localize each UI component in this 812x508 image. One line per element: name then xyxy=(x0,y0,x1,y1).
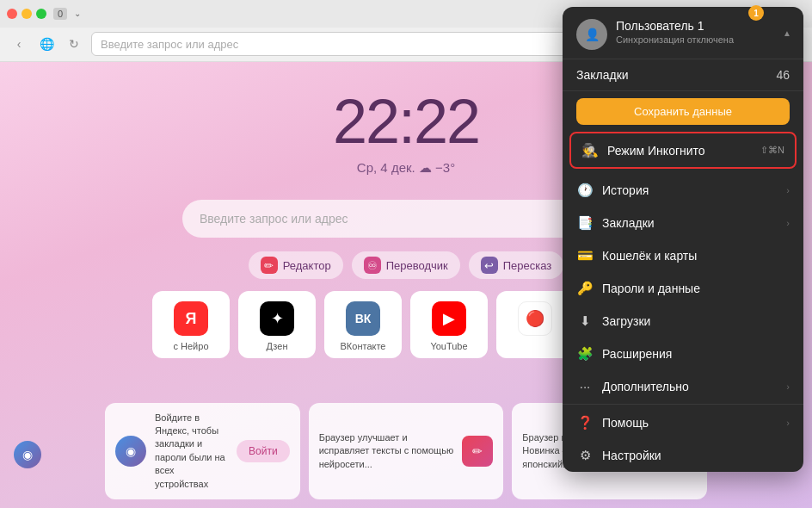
clock: 22:22 xyxy=(333,86,479,157)
reload-button[interactable]: ↻ xyxy=(64,34,84,54)
search-placeholder: Введите запрос или адрес xyxy=(200,212,348,226)
menu-item-settings-label: Настройки xyxy=(602,449,790,462)
chevron-up-icon[interactable]: ▲ xyxy=(783,28,791,38)
banner-login-text: Войдите в Яндекс, чтобы закладки и парол… xyxy=(155,412,228,491)
tool-retell-label: Пересказ xyxy=(503,259,552,272)
editor-icon: ✏ xyxy=(261,257,278,274)
more-icon: ··· xyxy=(576,379,594,393)
menu-item-more[interactable]: ··· Дополнительно › xyxy=(563,370,803,402)
menu-item-wallet-label: Кошелёк и карты xyxy=(602,249,790,263)
menu-item-extensions-label: Расширения xyxy=(602,347,790,361)
menu-item-passwords-label: Пароли и данные xyxy=(602,282,790,295)
alice-icon: ◉ xyxy=(115,436,146,467)
bookmark-vk-label: ВКонтакте xyxy=(341,341,386,351)
menu-item-downloads[interactable]: ⬇ Загрузки xyxy=(563,305,803,338)
user-name: Пользователь 1 xyxy=(616,19,790,33)
banner-ai-text: Браузер улучшает и исправляет тексты с п… xyxy=(319,431,454,471)
bookmark-youtube-label: YouTube xyxy=(430,341,467,351)
incognito-icon: 🕵 xyxy=(581,142,599,158)
incognito-item[interactable]: 🕵 Режим Инкогнито ⇧⌘N xyxy=(569,132,797,169)
banner-ai: Браузер улучшает и исправляет тексты с п… xyxy=(309,403,504,499)
bookmark-vk[interactable]: ВК ВКонтакте xyxy=(324,291,402,358)
youtube-icon: ▶ xyxy=(432,301,466,336)
user-status: Синхронизация отключена xyxy=(616,34,790,45)
menu-item-extensions[interactable]: 🧩 Расширения xyxy=(563,338,803,370)
menu-item-more-label: Дополнительно xyxy=(602,380,778,393)
menu-item-settings[interactable]: ⚙ Настройки xyxy=(563,439,803,472)
yandex-icon[interactable]: 🌐 xyxy=(36,34,57,54)
close-btn[interactable] xyxy=(7,9,17,19)
bookmark-neuro-label: с Нейро xyxy=(174,341,209,351)
bookmark-youtube[interactable]: ▶ YouTube xyxy=(410,291,488,358)
translator-icon: ♾ xyxy=(364,257,381,274)
tool-translator[interactable]: ♾ Переводчик xyxy=(352,251,460,279)
menu-item-bookmarks-label: Закладки xyxy=(602,216,778,230)
gear-icon: ⚙ xyxy=(576,448,594,463)
menu-item-help[interactable]: ❓ Помощь › xyxy=(563,406,803,439)
history-icon: 🕐 xyxy=(576,183,594,198)
bookmarks-icon: 📑 xyxy=(576,215,594,231)
bookmark-dzen[interactable]: ✦ Дзен xyxy=(238,291,316,358)
menu-item-bookmarks[interactable]: 📑 Закладки › xyxy=(563,207,803,239)
history-arrow-icon: › xyxy=(786,185,790,195)
help-arrow-icon: › xyxy=(786,418,790,428)
menu-bookmarks-label: Закладки xyxy=(576,68,629,82)
tool-editor-label: Редактор xyxy=(283,259,331,272)
menu-item-history-label: История xyxy=(602,183,778,197)
login-button[interactable]: Войти xyxy=(237,440,290,462)
ai-icon: ✏ xyxy=(462,436,493,467)
menu-bookmarks-row: Закладки 46 xyxy=(563,59,803,91)
menu-item-history[interactable]: 🕐 История › xyxy=(563,174,803,207)
help-icon: ❓ xyxy=(576,415,594,431)
traffic-lights xyxy=(7,9,46,19)
extensions-icon: 🧩 xyxy=(576,346,594,362)
menu-item-help-label: Помощь xyxy=(602,416,778,430)
tool-retell[interactable]: ↩ Пересказ xyxy=(469,251,564,279)
dropdown-menu: 👤 Пользователь 1 Синхронизация отключена… xyxy=(563,7,803,472)
incognito-shortcut: ⇧⌘N xyxy=(760,145,784,156)
menu-item-passwords[interactable]: 🔑 Пароли и данные xyxy=(563,272,803,305)
menu-item-wallet[interactable]: 💳 Кошелёк и карты xyxy=(563,239,803,272)
banner-login: ◉ Войдите в Яндекс, чтобы закладки и пар… xyxy=(105,403,300,499)
annotation-badge-1: 1 xyxy=(748,5,764,21)
back-button[interactable]: ‹ xyxy=(9,34,29,54)
quick-tools: ✏ Редактор ♾ Переводчик ↩ Пересказ xyxy=(249,251,564,279)
minimize-btn[interactable] xyxy=(22,9,32,19)
menu-header: 👤 Пользователь 1 Синхронизация отключена… xyxy=(563,7,803,59)
bookmark-neuro[interactable]: Я с Нейро xyxy=(152,291,230,358)
more-arrow-icon: › xyxy=(786,381,790,392)
dzen-icon: ✦ xyxy=(260,301,294,336)
user-info: Пользователь 1 Синхронизация отключена xyxy=(616,19,790,45)
bookmark-dzen-label: Дзен xyxy=(267,341,288,351)
menu-item-downloads-label: Загрузки xyxy=(602,314,790,328)
menu-bookmarks-count: 46 xyxy=(776,68,790,82)
retell-icon: ↩ xyxy=(481,257,498,274)
vk-icon: ВК xyxy=(346,301,380,336)
wallet-icon: 💳 xyxy=(576,248,594,263)
tab-count[interactable]: 0 xyxy=(53,8,67,20)
neuro-icon: Я xyxy=(174,301,208,336)
alice-button[interactable]: ◉ xyxy=(14,441,41,468)
passwords-icon: 🔑 xyxy=(576,281,594,296)
bookmarks-arrow-icon: › xyxy=(786,218,790,228)
save-data-button[interactable]: Сохранить данные xyxy=(576,98,790,125)
tab-chevron-icon[interactable]: ⌄ xyxy=(74,9,81,18)
address-placeholder: Введите запрос или адрес xyxy=(101,38,238,51)
downloads-icon: ⬇ xyxy=(576,313,594,329)
tool-translator-label: Переводчик xyxy=(386,259,448,272)
fullscreen-btn[interactable] xyxy=(36,9,46,19)
tool-editor[interactable]: ✏ Редактор xyxy=(249,251,343,279)
extra1-icon: 🔴 xyxy=(518,301,552,336)
date-weather: Ср, 4 дек. ☁ −3° xyxy=(357,160,455,176)
incognito-label: Режим Инкогнито xyxy=(607,144,752,158)
user-avatar: 👤 xyxy=(576,19,607,50)
menu-divider xyxy=(563,404,803,405)
